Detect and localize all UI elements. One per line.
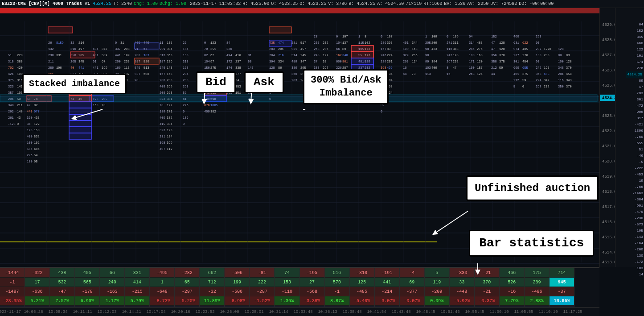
svg-text:124: 124: [412, 60, 418, 63]
delta-cell: -4: [400, 268, 424, 278]
svg-text:102: 102: [34, 141, 40, 145]
svg-text:107: 107: [17, 91, 23, 95]
svg-text:224: 224: [536, 79, 541, 82]
maxdelta-cell: 33: [450, 278, 474, 287]
svg-rect-155: [135, 58, 159, 64]
deltapct-cell: -0.07%: [400, 296, 424, 306]
svg-text:631: 631: [513, 41, 519, 45]
svg-text:98: 98: [425, 47, 429, 51]
deltapct-cell: -0.37%: [475, 296, 499, 306]
svg-text:441: 441: [78, 66, 84, 70]
maxdelta-cell: 199: [225, 278, 249, 287]
trades-display: T: 2340: [113, 1, 132, 6]
svg-text:356: 356: [491, 54, 497, 57]
delta-cell: -506: [225, 268, 249, 278]
svg-text:113: 113: [425, 72, 431, 76]
footprint-chart: 51220 315385 702420 421100 375316 323141…: [0, 8, 599, 267]
svg-text:394: 394: [431, 60, 437, 63]
time-label: 10:20:16: [171, 310, 190, 314]
svg-text:368: 368: [536, 72, 541, 76]
svg-text:342: 342: [544, 79, 550, 82]
svg-text:59: 59: [522, 79, 526, 82]
delta-cell: 331: [125, 268, 149, 278]
svg-text:62: 62: [210, 54, 214, 57]
svg-text:262: 262: [8, 110, 14, 113]
svg-text:289: 289: [48, 66, 54, 70]
deltapct-cell: 7.57%: [50, 296, 74, 306]
time-label: 10:11:11: [73, 310, 92, 314]
svg-text:211: 211: [48, 60, 54, 63]
svg-text:16: 16: [403, 66, 406, 70]
svg-text:147: 147: [248, 66, 254, 70]
svg-text:351: 351: [210, 47, 216, 51]
trades2-display: 71×119: [406, 1, 422, 6]
svg-text:323: 323: [160, 129, 165, 132]
svg-text:320: 320: [27, 116, 33, 120]
svg-text:441: 441: [115, 54, 121, 57]
svg-text:363: 363: [167, 54, 172, 57]
svg-text:86: 86: [278, 66, 282, 70]
svg-text:353: 353: [235, 85, 241, 88]
svg-text:259: 259: [160, 47, 165, 51]
svg-rect-500: [69, 108, 91, 114]
svg-text:457: 457: [300, 47, 306, 51]
svg-text:67: 67: [102, 60, 105, 63]
svg-text:1: 1: [358, 35, 360, 38]
deltapct-cell: -8.98%: [225, 296, 249, 306]
svg-text:51: 51: [8, 54, 12, 57]
svg-text:91: 91: [93, 60, 96, 63]
mindelta-cell: -209: [425, 287, 449, 296]
svg-rect-298: [269, 27, 291, 33]
deltapct-cell: -1.52%: [250, 296, 274, 306]
time-label: 10:43:48: [391, 310, 410, 314]
svg-text:242: 242: [536, 66, 541, 70]
svg-rect-498: [69, 96, 91, 102]
svg-text:116: 116: [447, 47, 452, 51]
delta-cell: -81: [250, 268, 274, 278]
svg-text:433: 433: [34, 116, 40, 120]
svg-rect-299: [269, 40, 291, 46]
svg-text:532: 532: [34, 135, 40, 138]
stacked-imbalance-annotation: Stacked imbalance: [22, 74, 127, 94]
chart-area[interactable]: 51220 315385 702420 421100 375316 323141…: [0, 8, 599, 267]
mindelta-cell: -178: [75, 287, 99, 296]
rt-display: RT:1660: [423, 1, 442, 6]
svg-rect-507: [351, 58, 373, 64]
svg-text:119: 119: [167, 147, 172, 151]
svg-text:876: 876: [204, 104, 210, 107]
delta-cell: 516: [325, 268, 349, 278]
svg-text:310: 310: [70, 47, 76, 51]
time-label: 2023-11-17: [0, 310, 21, 314]
svg-text:513: 513: [144, 66, 149, 70]
svg-text:288: 288: [160, 79, 165, 82]
time-label: 11:05:55: [514, 310, 533, 314]
time-label: 10:23:52: [195, 310, 214, 314]
svg-text:315: 315: [8, 60, 14, 63]
svg-text:103: 103: [425, 66, 431, 70]
svg-text:152: 152: [491, 35, 497, 38]
svg-text:409: 409: [431, 66, 437, 70]
svg-text:78: 78: [102, 104, 105, 107]
svg-text:180: 180: [27, 160, 33, 163]
svg-text:861: 861: [342, 60, 348, 63]
svg-text:246: 246: [469, 47, 475, 51]
maxdelta-cell: 125: [350, 278, 374, 287]
svg-text:421: 421: [8, 72, 14, 76]
deltapct-cell: -3.07%: [375, 296, 399, 306]
deltapct-cell: -8.73%: [150, 296, 174, 306]
mindelta-cell: -21: [475, 287, 499, 296]
maxdelta-cell: 153: [275, 278, 299, 287]
svg-text:83: 83: [566, 54, 570, 57]
svg-text:331: 331: [56, 54, 62, 57]
svg-rect-499: [69, 102, 91, 108]
close-display: O: 4523.25: [299, 1, 326, 6]
svg-text:214: 214: [78, 41, 84, 45]
top-indicator-band: [0, 8, 599, 13]
svg-text:329: 329: [403, 54, 409, 57]
time-label: 11:17:25: [563, 310, 582, 314]
svg-text:89: 89: [342, 47, 346, 51]
mindelta-cell: -37: [550, 287, 574, 296]
svg-text:395: 395: [387, 41, 393, 45]
svg-text:400: 400: [160, 85, 165, 88]
svg-text:485: 485: [522, 47, 528, 51]
